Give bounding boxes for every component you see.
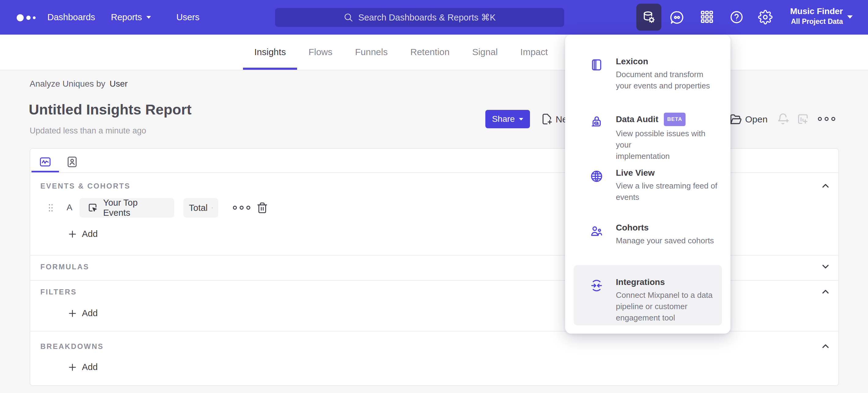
tab-funnels-label: Funnels (355, 47, 388, 57)
lexicon-book-icon (590, 58, 603, 72)
nav-reports[interactable]: Reports (111, 0, 151, 35)
plus-icon (68, 363, 77, 372)
nav-reports-label: Reports (111, 12, 142, 22)
tab-signal[interactable]: Signal (461, 35, 509, 69)
tab-signal-label: Signal (472, 47, 498, 57)
apps-grid-icon[interactable] (700, 10, 714, 24)
filters-collapse-chevron-up-icon[interactable] (820, 286, 831, 297)
breadcrumb: Analyze Uniques by User (30, 79, 128, 89)
add-event-button[interactable]: Add (68, 229, 98, 239)
breakdowns-section-header: BREAKDOWNS (40, 342, 103, 351)
event-row-letter: A (67, 203, 72, 213)
new-report-icon[interactable] (540, 113, 553, 125)
plus-icon (68, 229, 77, 239)
menu-item-data-audit[interactable]: Data Audit BETA View possible issues wit… (590, 113, 719, 162)
page-title[interactable]: Untitled Insights Report (29, 101, 192, 118)
project-name: Music Finder (782, 6, 843, 17)
caret-down-icon (146, 16, 151, 19)
menu-item-title: Data Audit (616, 114, 658, 125)
cursor-click-icon (87, 202, 98, 213)
event-selector-label: Your Top Events (103, 198, 166, 218)
search-input[interactable]: Search Dashboards & Reports ⌘K (275, 8, 564, 27)
integrations-sync-icon (590, 279, 603, 292)
drag-handle-icon[interactable] (45, 203, 56, 213)
menu-item-desc: Connect Mixpanel to a data pipeline or c… (616, 289, 713, 324)
project-caret-icon[interactable] (847, 15, 853, 19)
search-placeholder: Search Dashboards & Reports ⌘K (358, 12, 496, 23)
tab-flows[interactable]: Flows (297, 35, 344, 69)
data-management-menu: Lexicon Document and transform your even… (565, 35, 731, 334)
menu-item-desc: View possible issues with your implement… (616, 128, 719, 162)
project-switcher[interactable]: Music Finder All Project Data (782, 6, 843, 26)
add-filter-button[interactable]: Add (68, 308, 98, 318)
menu-item-title: Lexicon (616, 56, 648, 67)
profiles-tab-icon[interactable] (66, 156, 79, 168)
menu-item-lexicon[interactable]: Lexicon Document and transform your even… (590, 56, 719, 91)
menu-item-live-view[interactable]: Live View View a live streaming feed of … (590, 167, 719, 203)
add-breakdown-button[interactable]: Add (68, 362, 98, 372)
top-nav: Dashboards Reports Users Search Dashboar… (0, 0, 868, 35)
menu-item-cohorts[interactable]: Cohorts Manage your saved cohorts (590, 222, 719, 246)
feedback-icon[interactable] (669, 10, 685, 25)
tab-impact[interactable]: Impact (509, 35, 559, 69)
insights-chart-tab-icon[interactable] (39, 156, 52, 168)
formulas-expand-chevron-down-icon[interactable] (820, 261, 831, 272)
beta-badge: BETA (664, 113, 685, 126)
breakdowns-collapse-chevron-up-icon[interactable] (820, 341, 831, 352)
event-selector-button[interactable]: Your Top Events (80, 198, 174, 218)
tab-retention-label: Retention (410, 47, 449, 57)
data-audit-lock-icon (590, 114, 603, 129)
report-tabs: Insights Flows Funnels Retention Signal … (243, 35, 559, 69)
tab-retention[interactable]: Retention (399, 35, 461, 69)
menu-item-desc: View a live streaming feed of events (616, 180, 717, 203)
metric-dropdown[interactable]: Total (183, 198, 218, 218)
events-collapse-chevron-up-icon[interactable] (820, 180, 831, 191)
formulas-section-header: FORMULAS (40, 262, 89, 271)
menu-item-title: Live View (616, 167, 655, 178)
tab-insights[interactable]: Insights (243, 35, 297, 69)
live-view-globe-icon (590, 169, 603, 183)
open-label[interactable]: Open (745, 114, 768, 124)
tab-funnels[interactable]: Funnels (344, 35, 399, 69)
breadcrumb-value[interactable]: User (110, 79, 127, 89)
menu-item-integrations[interactable]: Integrations Connect Mixpanel to a data … (590, 277, 719, 324)
mixpanel-logo-icon[interactable] (16, 11, 53, 24)
metric-label: Total (189, 203, 208, 213)
tab-impact-label: Impact (520, 47, 548, 57)
plus-icon (68, 309, 77, 318)
tab-insights-label: Insights (254, 47, 286, 57)
tab-flows-label: Flows (308, 47, 332, 57)
share-label: Share (492, 114, 515, 124)
active-tab-underline (243, 68, 297, 70)
help-icon[interactable] (729, 10, 744, 25)
menu-item-title: Integrations (616, 277, 665, 288)
menu-item-desc: Document and transform your events and p… (616, 69, 710, 91)
event-row-more-button[interactable] (233, 206, 250, 210)
cohorts-users-icon (590, 224, 603, 238)
filters-section-header: FILTERS (40, 288, 77, 296)
menu-item-title: Cohorts (616, 222, 649, 233)
more-actions-button[interactable] (818, 117, 835, 121)
settings-gear-icon[interactable] (758, 10, 773, 25)
delete-event-trash-icon[interactable] (256, 202, 268, 214)
breadcrumb-prefix: Analyze Uniques by (30, 79, 105, 89)
report-add-icon[interactable] (797, 113, 809, 125)
add-event-label: Add (82, 229, 98, 239)
caret-down-icon (519, 118, 523, 120)
share-button[interactable]: Share (485, 110, 530, 128)
data-management-button[interactable] (636, 4, 661, 31)
nav-dashboards[interactable]: Dashboards (48, 0, 95, 35)
nav-dashboards-label: Dashboards (48, 12, 95, 22)
data-management-icon (642, 10, 656, 24)
menu-item-desc: Manage your saved cohorts (616, 235, 714, 246)
events-section-header: EVENTS & COHORTS (40, 182, 130, 190)
updated-timestamp: Updated less than a minute ago (30, 126, 146, 136)
open-folder-icon[interactable] (729, 113, 742, 126)
add-breakdown-label: Add (82, 362, 98, 372)
search-icon (344, 12, 353, 22)
nav-users[interactable]: Users (176, 0, 199, 35)
add-filter-label: Add (82, 308, 98, 318)
bell-plus-icon[interactable] (777, 113, 790, 125)
mixpanel-app: Dashboards Reports Users Search Dashboar… (0, 0, 868, 393)
caret-down-icon (212, 206, 213, 209)
